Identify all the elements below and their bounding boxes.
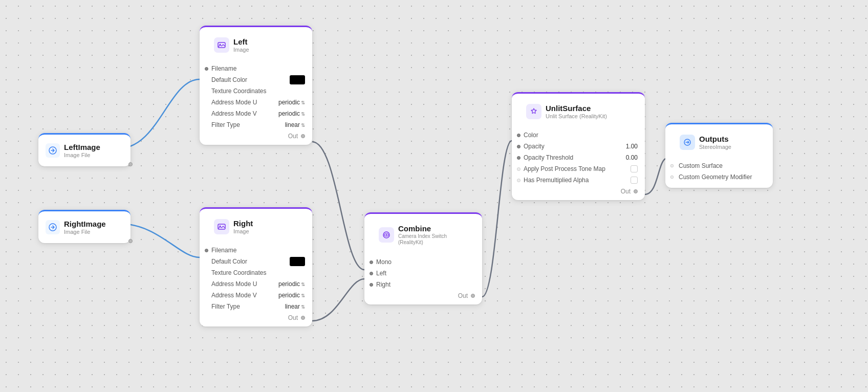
right-node-title: Right bbox=[233, 219, 253, 228]
unlit-premult-checkbox[interactable] bbox=[631, 177, 638, 184]
combine-subtitle1: Camera Index Switch bbox=[398, 233, 447, 239]
unlit-premult-row: Has Premultiplied Alpha bbox=[512, 175, 645, 186]
left-node-title: Left bbox=[233, 37, 249, 46]
unlit-color-port[interactable] bbox=[517, 134, 520, 137]
left-out-label: Out bbox=[288, 133, 298, 140]
right-image-icon bbox=[46, 220, 60, 234]
left-image-icon bbox=[46, 143, 60, 158]
right-texture-label: Texture Coordinates bbox=[211, 269, 305, 276]
left-addr-v-value[interactable]: periodic ⇅ bbox=[278, 110, 305, 117]
unlit-tone-map-checkbox[interactable] bbox=[631, 165, 638, 172]
left-image-node[interactable]: LeftImage Image File bbox=[38, 133, 131, 166]
svg-rect-4 bbox=[218, 224, 225, 229]
unlit-color-label: Color bbox=[524, 132, 638, 139]
outputs-custom-geom-row: Custom Geometry Modifier bbox=[665, 171, 773, 183]
right-filename-row: Filename bbox=[200, 245, 312, 256]
left-node-subtitle: Image bbox=[233, 47, 249, 53]
unlit-opacity-threshold-port[interactable] bbox=[517, 156, 520, 160]
left-addr-u-value[interactable]: periodic ⇅ bbox=[278, 99, 305, 106]
combine-subtitle2: (RealityKit) bbox=[398, 239, 447, 245]
right-filter-label: Filter Type bbox=[211, 303, 285, 310]
right-addr-u-row: Address Mode U periodic ⇅ bbox=[200, 278, 312, 290]
right-node[interactable]: Right Image Filename Default Color Textu… bbox=[200, 207, 312, 326]
right-filename-port[interactable] bbox=[205, 249, 208, 252]
combine-left-label: Left bbox=[376, 270, 475, 277]
right-image-out-port[interactable] bbox=[128, 239, 133, 243]
combine-left-port[interactable] bbox=[370, 272, 373, 275]
combine-mono-row: Mono bbox=[364, 256, 482, 268]
combine-right-label: Right bbox=[376, 281, 475, 288]
left-filename-port[interactable] bbox=[205, 67, 208, 71]
outputs-custom-surface-label: Custom Surface bbox=[677, 162, 766, 169]
outputs-custom-geom-label: Custom Geometry Modifier bbox=[677, 173, 766, 181]
unlit-opacity-row: Opacity 1.00 bbox=[512, 141, 645, 152]
right-addr-v-value[interactable]: periodic ⇅ bbox=[278, 292, 305, 299]
unlit-opacity-threshold-value: 0.00 bbox=[626, 154, 638, 161]
right-texture-row: Texture Coordinates bbox=[200, 267, 312, 278]
unlit-premult-port[interactable] bbox=[517, 179, 520, 182]
left-node[interactable]: Left Image Filename Default Color Textur… bbox=[200, 26, 312, 145]
left-image-subtitle: Image File bbox=[64, 152, 100, 158]
unlit-title: UnlitSurface bbox=[546, 104, 607, 113]
right-color-swatch[interactable] bbox=[290, 257, 305, 266]
unlit-premult-label: Has Premultiplied Alpha bbox=[524, 177, 631, 184]
outputs-custom-surface-port[interactable] bbox=[670, 164, 674, 167]
outputs-node-icon bbox=[680, 135, 695, 150]
combine-out-port[interactable] bbox=[471, 294, 475, 298]
left-image-title: LeftImage bbox=[64, 143, 100, 151]
right-addr-u-value[interactable]: periodic ⇅ bbox=[278, 280, 305, 288]
left-addr-v-label: Address Mode V bbox=[211, 110, 278, 117]
left-addr-u-label: Address Mode U bbox=[211, 99, 278, 106]
unlit-color-row: Color bbox=[512, 129, 645, 141]
right-default-color-label: Default Color bbox=[211, 258, 290, 265]
left-out-port[interactable] bbox=[301, 134, 305, 138]
left-filter-row: Filter Type linear ⇅ bbox=[200, 119, 312, 130]
left-filter-value[interactable]: linear ⇅ bbox=[285, 121, 305, 128]
unlit-opacity-threshold-row: Opacity Threshold 0.00 bbox=[512, 152, 645, 163]
outputs-custom-geom-port[interactable] bbox=[670, 176, 674, 179]
unlit-opacity-port[interactable] bbox=[517, 145, 520, 148]
combine-right-row: Right bbox=[364, 279, 482, 290]
left-filter-label: Filter Type bbox=[211, 121, 285, 128]
unlit-node[interactable]: UnlitSurface Unlit Surface (RealityKit) … bbox=[512, 92, 645, 200]
unlit-out-label: Out bbox=[621, 188, 631, 195]
right-node-icon bbox=[214, 219, 229, 234]
right-out-row: Out bbox=[200, 312, 312, 321]
right-filter-value[interactable]: linear ⇅ bbox=[285, 303, 305, 310]
right-node-subtitle: Image bbox=[233, 228, 253, 234]
left-addr-u-row: Address Mode U periodic ⇅ bbox=[200, 97, 312, 108]
right-image-node[interactable]: RightImage Image File bbox=[38, 210, 131, 243]
combine-right-port[interactable] bbox=[370, 283, 373, 287]
right-image-subtitle: Image File bbox=[64, 229, 106, 235]
outputs-custom-surface-row: Custom Surface bbox=[665, 160, 773, 171]
outputs-node[interactable]: Outputs StereoImage Custom Surface Custo… bbox=[665, 123, 773, 188]
left-color-swatch[interactable] bbox=[290, 75, 305, 84]
left-out-row: Out bbox=[200, 130, 312, 140]
combine-node[interactable]: Combine Camera Index Switch (RealityKit)… bbox=[364, 212, 482, 304]
left-addr-v-row: Address Mode V periodic ⇅ bbox=[200, 108, 312, 119]
right-addr-v-row: Address Mode V periodic ⇅ bbox=[200, 290, 312, 301]
right-out-port[interactable] bbox=[301, 316, 305, 320]
combine-out-label: Out bbox=[458, 292, 468, 299]
unlit-opacity-value: 1.00 bbox=[626, 143, 638, 150]
unlit-subtitle: Unlit Surface (RealityKit) bbox=[546, 113, 607, 119]
combine-title: Combine bbox=[398, 224, 447, 233]
unlit-tone-map-label: Apply Post Process Tone Map bbox=[524, 165, 631, 172]
unlit-opacity-threshold-label: Opacity Threshold bbox=[524, 154, 626, 161]
combine-out-row: Out bbox=[364, 290, 482, 299]
right-addr-u-label: Address Mode U bbox=[211, 280, 278, 288]
left-image-out-port[interactable] bbox=[128, 162, 133, 166]
left-texture-row: Texture Coordinates bbox=[200, 85, 312, 97]
outputs-title: Outputs bbox=[699, 135, 731, 143]
left-filename-row: Filename bbox=[200, 63, 312, 74]
unlit-out-port[interactable] bbox=[634, 189, 638, 193]
unlit-node-icon bbox=[526, 104, 541, 119]
right-addr-v-label: Address Mode V bbox=[211, 292, 278, 299]
right-image-title: RightImage bbox=[64, 220, 106, 228]
right-default-color-row: Default Color bbox=[200, 256, 312, 267]
left-default-color-row: Default Color bbox=[200, 74, 312, 85]
combine-mono-port[interactable] bbox=[370, 260, 373, 264]
right-filename-label: Filename bbox=[211, 247, 305, 254]
unlit-tone-map-port[interactable] bbox=[517, 167, 520, 171]
svg-rect-2 bbox=[218, 42, 225, 48]
